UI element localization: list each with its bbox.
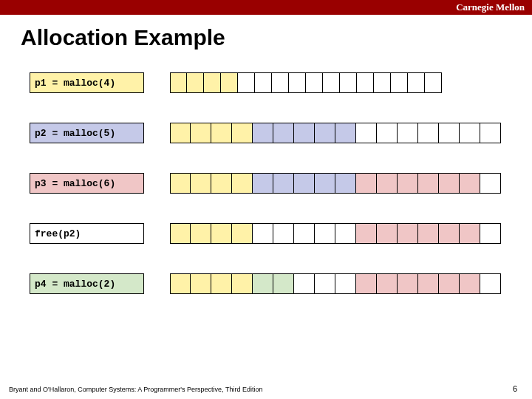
- heap-strip: [170, 273, 501, 294]
- heap-cell: [191, 223, 211, 244]
- page-number: 6: [513, 384, 517, 393]
- heap-strip: [170, 223, 501, 244]
- heap-cell: [273, 223, 294, 244]
- heap-cell: [439, 123, 460, 143]
- allocation-row: free(p2): [30, 223, 502, 244]
- heap-cell: [315, 223, 335, 244]
- heap-cell: [439, 223, 460, 244]
- heap-cell: [374, 72, 391, 93]
- heap-cell: [460, 123, 480, 143]
- heap-cell: [335, 173, 356, 194]
- heap-cell: [356, 273, 377, 294]
- heap-cell: [356, 173, 377, 194]
- heap-cell: [170, 173, 191, 194]
- heap-cell: [408, 72, 425, 93]
- heap-cell: [191, 173, 211, 194]
- heap-cell: [253, 173, 273, 194]
- heap-cell: [170, 123, 191, 143]
- heap-cell: [204, 72, 221, 93]
- heap-cell: [391, 72, 408, 93]
- heap-cell: [273, 173, 294, 194]
- heap-cell: [253, 273, 273, 294]
- heap-cell: [294, 223, 315, 244]
- heap-cell: [255, 72, 272, 93]
- heap-cell: [232, 223, 253, 244]
- heap-cell: [356, 123, 377, 143]
- code-box: p1 = malloc(4): [30, 72, 144, 93]
- heap-cell: [232, 123, 253, 143]
- allocation-row: p2 = malloc(5): [30, 123, 502, 143]
- slide-title: Allocation Example: [0, 15, 532, 50]
- heap-cell: [170, 273, 191, 294]
- heap-cell: [418, 223, 439, 244]
- heap-cell: [289, 72, 306, 93]
- heap-cell: [273, 123, 294, 143]
- heap-cell: [170, 223, 191, 244]
- heap-cell: [187, 72, 204, 93]
- heap-cell: [480, 123, 501, 143]
- heap-cell: [356, 223, 377, 244]
- heap-cell: [377, 123, 398, 143]
- heap-cell: [211, 173, 232, 194]
- heap-cell: [221, 72, 238, 93]
- heap-cell: [418, 273, 439, 294]
- code-box: free(p2): [30, 223, 144, 244]
- heap-cell: [238, 72, 255, 93]
- heap-cell: [398, 223, 418, 244]
- heap-cell: [211, 223, 232, 244]
- heap-cell: [232, 273, 253, 294]
- heap-cell: [335, 273, 356, 294]
- heap-cell: [418, 173, 439, 194]
- heap-cell: [253, 123, 273, 143]
- heap-cell: [253, 223, 273, 244]
- code-box: p4 = malloc(2): [30, 273, 144, 294]
- heap-cell: [315, 273, 335, 294]
- heap-cell: [335, 123, 356, 143]
- heap-cell: [480, 173, 501, 194]
- heap-cell: [323, 72, 340, 93]
- heap-strip: [170, 72, 442, 93]
- allocation-row: p4 = malloc(2): [30, 273, 502, 294]
- heap-cell: [294, 123, 315, 143]
- heap-cell: [480, 273, 501, 294]
- heap-strip: [170, 123, 501, 143]
- allocation-row: p1 = malloc(4): [30, 72, 502, 93]
- code-box: p3 = malloc(6): [30, 173, 144, 194]
- heap-cell: [306, 72, 323, 93]
- heap-cell: [480, 223, 501, 244]
- heap-strip: [170, 173, 501, 194]
- heap-cell: [232, 173, 253, 194]
- heap-cell: [460, 273, 480, 294]
- heap-cell: [460, 173, 480, 194]
- heap-cell: [170, 72, 187, 93]
- heap-cell: [211, 123, 232, 143]
- heap-cell: [294, 173, 315, 194]
- heap-cell: [272, 72, 289, 93]
- heap-cell: [377, 223, 398, 244]
- heap-cell: [335, 223, 356, 244]
- heap-cell: [294, 273, 315, 294]
- footer-citation: Bryant and O'Hallaron, Computer Systems:…: [9, 386, 262, 393]
- allocation-row: p3 = malloc(6): [30, 173, 502, 194]
- heap-cell: [377, 173, 398, 194]
- code-box: p2 = malloc(5): [30, 123, 144, 143]
- allocation-rows: p1 = malloc(4)p2 = malloc(5)p3 = malloc(…: [0, 50, 532, 294]
- heap-cell: [439, 173, 460, 194]
- heap-cell: [211, 273, 232, 294]
- heap-cell: [191, 123, 211, 143]
- topbar: Carnegie Mellon: [0, 0, 532, 15]
- org-label: Carnegie Mellon: [456, 1, 525, 13]
- heap-cell: [377, 273, 398, 294]
- heap-cell: [315, 123, 335, 143]
- heap-cell: [439, 273, 460, 294]
- heap-cell: [425, 72, 442, 93]
- heap-cell: [315, 173, 335, 194]
- heap-cell: [460, 223, 480, 244]
- heap-cell: [398, 173, 418, 194]
- heap-cell: [398, 273, 418, 294]
- heap-cell: [398, 123, 418, 143]
- heap-cell: [418, 123, 439, 143]
- heap-cell: [273, 273, 294, 294]
- heap-cell: [191, 273, 211, 294]
- heap-cell: [340, 72, 357, 93]
